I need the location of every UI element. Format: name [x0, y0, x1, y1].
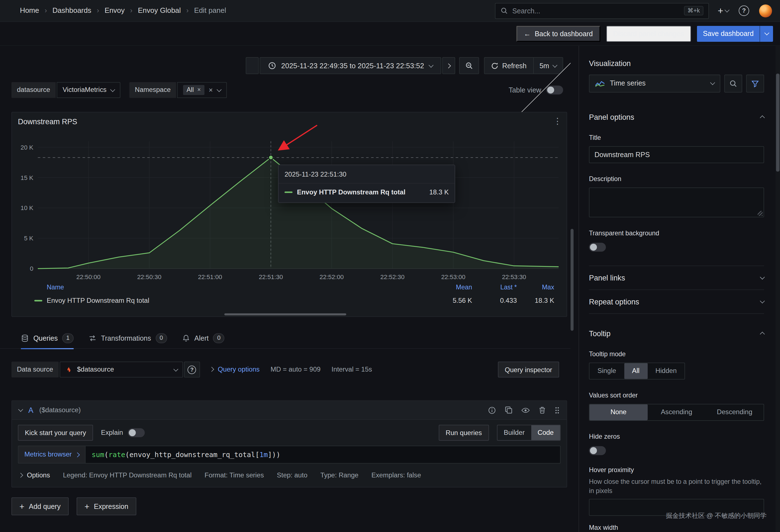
panel-title-input[interactable] [589, 146, 764, 163]
sort-descending[interactable]: Descending [705, 404, 764, 420]
panel-menu-icon[interactable]: ⋮ [553, 117, 562, 125]
chevron-down-icon [110, 87, 115, 92]
svg-text:22:52:00: 22:52:00 [320, 274, 344, 281]
pane-scrollbar[interactable] [571, 229, 574, 331]
time-range-forward-button[interactable] [442, 57, 455, 74]
sidebar-scrollbar-thumb[interactable] [776, 74, 780, 172]
query-ref-id[interactable]: A [29, 405, 34, 415]
discard-panel-changes-button[interactable]: Discard panel changes [606, 26, 691, 42]
sort-none[interactable]: None [589, 404, 647, 420]
resize-grip-icon[interactable] [758, 211, 763, 216]
breadcrumb-home[interactable]: Home [20, 6, 39, 15]
back-to-dashboard-button[interactable]: ← Back to dashboard [516, 26, 600, 42]
user-avatar[interactable] [759, 4, 772, 17]
builder-mode-option[interactable]: Builder [497, 425, 531, 440]
add-query-button[interactable]: + Add query [11, 497, 68, 515]
chevron-down-icon [760, 275, 765, 280]
collapse-query-icon[interactable] [18, 407, 23, 412]
tab-queries[interactable]: Queries 1 [21, 328, 74, 348]
remove-query-trash-icon[interactable] [539, 406, 546, 414]
tab-alert[interactable]: Alert 0 [182, 328, 225, 348]
new-button[interactable]: + [718, 6, 729, 15]
time-range-picker[interactable]: 2025-11-23 22:49:35 to 2025-11-23 22:53:… [260, 57, 441, 74]
legend-max-value: 18.3 K [517, 296, 554, 305]
hide-response-eye-icon[interactable] [521, 407, 530, 413]
legend-header-mean[interactable]: Mean [427, 284, 472, 292]
visualization-select[interactable]: Time series [589, 75, 720, 92]
kick-start-label: Kick start your query [25, 429, 86, 436]
save-dashboard-button[interactable]: Save dashboard [697, 26, 760, 42]
tooltip-section-header[interactable]: Tooltip [589, 329, 764, 338]
search-box[interactable]: ⌘+k [495, 3, 709, 19]
time-range-back-button[interactable] [246, 57, 259, 74]
metrics-browser-button[interactable]: Metrics browser [18, 446, 85, 464]
legend-header-name[interactable]: Name [47, 284, 427, 292]
legend-series-name[interactable]: Envoy HTTP Downstream Rq total [47, 296, 149, 305]
kick-start-query-button[interactable]: Kick start your query [18, 425, 93, 441]
help-button[interactable]: ? [739, 6, 749, 16]
breadcrumb-envoy[interactable]: Envoy [104, 6, 125, 15]
series-color-glyph[interactable] [34, 300, 42, 302]
query-row-actions [488, 406, 559, 414]
visualization-heading: Visualization [589, 59, 764, 68]
panel-options-section-header[interactable]: Panel options [589, 112, 764, 122]
remove-tag-icon[interactable]: × [197, 86, 201, 94]
chart-tooltip: 2025-11-23 22:51:30 Envoy HTTP Downstrea… [278, 164, 455, 203]
refresh-interval-dropdown[interactable]: 5m [533, 58, 563, 74]
sort-ascending[interactable]: Ascending [647, 404, 705, 420]
table-view-toggle[interactable] [546, 86, 563, 94]
drag-handle-icon[interactable] [555, 406, 559, 414]
refresh-button[interactable]: Refresh [484, 61, 533, 70]
legend-header-last[interactable]: Last * [472, 284, 517, 292]
panel-horizontal-scrollbar[interactable] [224, 313, 346, 315]
panel-links-section[interactable]: Panel links [589, 265, 764, 289]
explain-toggle[interactable] [128, 428, 145, 437]
transparent-background-toggle[interactable] [589, 243, 606, 251]
time-controls: 2025-11-23 22:49:35 to 2025-11-23 22:53:… [246, 57, 563, 74]
query-inspector-button[interactable]: Query inspector [498, 361, 559, 377]
query-row-header[interactable]: A ($datasource) [12, 401, 567, 420]
breadcrumb-separator: › [130, 6, 132, 15]
code-mode-option[interactable]: Code [531, 425, 560, 440]
query-help-icon[interactable] [488, 406, 496, 414]
tooltip-mode-hidden[interactable]: Hidden [647, 363, 685, 379]
save-dashboard-caret-button[interactable] [760, 26, 773, 42]
options-toggle[interactable]: Options [19, 471, 50, 480]
breadcrumb-envoy-global[interactable]: Envoy Global [138, 6, 181, 15]
hide-zeros-toggle[interactable] [589, 446, 606, 455]
query-expression-row: Metrics browser sum(rate(envoy_http_down… [18, 446, 560, 464]
promql-code-editor[interactable]: sum(rate(envoy_http_downstream_rq_total[… [85, 446, 561, 464]
tab-label: Alert [194, 334, 209, 343]
refresh-label: Refresh [502, 61, 527, 70]
repeat-options-section[interactable]: Repeat options [589, 289, 764, 313]
breadcrumb-dashboards[interactable]: Dashboards [52, 6, 91, 15]
namespace-variable-select[interactable]: All × × [177, 82, 227, 98]
namespace-selected-tag[interactable]: All × [183, 85, 204, 95]
datasource-help-button[interactable]: ? [184, 361, 200, 377]
tab-transformations[interactable]: Transformations 0 [89, 328, 167, 348]
panel-description-textarea[interactable] [589, 187, 764, 217]
tooltip-mode-all[interactable]: All [624, 363, 647, 379]
chevron-down-icon [760, 298, 765, 303]
clear-selection-icon[interactable]: × [209, 86, 213, 94]
tooltip-mode-single[interactable]: Single [589, 363, 624, 379]
flame-icon [65, 366, 73, 373]
legend-header-max[interactable]: Max [517, 284, 554, 292]
type-option-summary: Type: Range [320, 471, 358, 480]
datasource-variable-value: VictoriaMetrics [63, 86, 107, 94]
search-input[interactable] [512, 7, 679, 15]
transparent-background-label: Transparent background [589, 229, 764, 238]
filter-options-button[interactable] [746, 75, 764, 92]
panel-action-bar: ← Back to dashboard Discard panel change… [0, 22, 780, 46]
datasource-picker[interactable]: $datasource [60, 361, 183, 377]
add-expression-button[interactable]: + Expression [77, 497, 137, 515]
svg-text:20 K: 20 K [20, 144, 34, 151]
panel-header[interactable]: Downstream RPS [12, 112, 567, 132]
zoom-out-button[interactable] [459, 57, 479, 74]
chevron-down-icon [429, 62, 433, 67]
duplicate-query-icon[interactable] [505, 406, 512, 414]
query-options-toggle[interactable]: Query options [210, 365, 260, 374]
datasource-variable-select[interactable]: VictoriaMetrics [56, 82, 120, 98]
search-visualization-button[interactable] [724, 75, 742, 92]
run-queries-button[interactable]: Run queries [439, 425, 489, 441]
